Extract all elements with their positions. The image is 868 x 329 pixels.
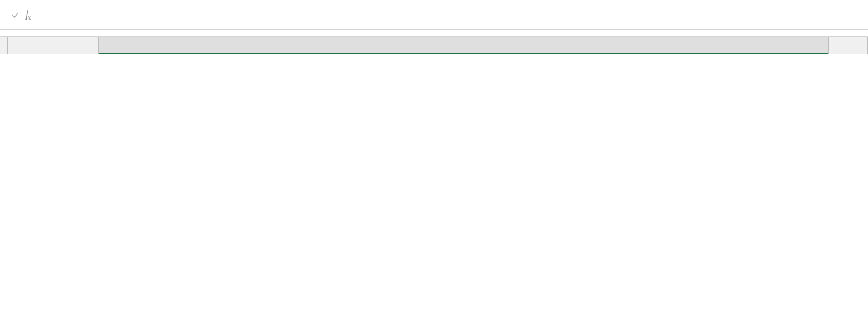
formula-bar: fx bbox=[0, 0, 868, 30]
column-header-d[interactable] bbox=[8, 37, 99, 54]
column-header-f[interactable] bbox=[829, 37, 868, 54]
formula-separator bbox=[40, 2, 40, 27]
fx-icon[interactable]: fx bbox=[25, 9, 31, 21]
confirm-icon[interactable] bbox=[8, 8, 22, 22]
column-header-row bbox=[0, 37, 868, 54]
formula-bar-border bbox=[0, 30, 868, 37]
column-header-e[interactable] bbox=[99, 37, 829, 54]
corner-cell[interactable] bbox=[0, 37, 8, 54]
